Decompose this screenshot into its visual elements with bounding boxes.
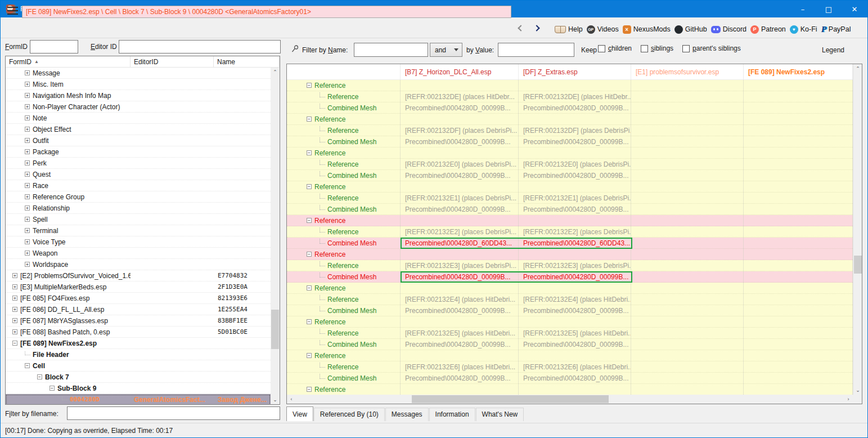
tree-row[interactable]: +Note (6, 113, 271, 124)
expand-plus-icon[interactable]: + (25, 70, 30, 75)
grid-tree-cell[interactable]: Combined Mesh (287, 136, 401, 147)
grid-cell[interactable] (631, 91, 744, 102)
tree-cell-formid[interactable]: +[FE 085] FO4Fixes.esp (6, 294, 131, 302)
tree-row[interactable]: +[FE 085] FO4Fixes.esp821393E6 (6, 293, 271, 304)
tree-row[interactable]: +Navigation Mesh Info Map (6, 90, 271, 101)
toolbar-link-paypal[interactable]: PPayPal (821, 25, 851, 34)
grid-cell[interactable] (631, 260, 744, 271)
grid-cell[interactable] (519, 316, 631, 327)
tree-cell-name[interactable]: 5D01BC0E (214, 328, 271, 336)
grid-cell[interactable] (401, 249, 519, 260)
grid-column-header[interactable]: [B7] Z_Horizon_DLC_All.esp (401, 64, 519, 79)
grid-cell[interactable] (631, 361, 744, 372)
grid-tree-cell[interactable]: Reference (287, 159, 401, 169)
grid-tree-cell[interactable]: Reference (287, 294, 401, 305)
grid-row[interactable]: Reference[REFR:002132E6] (places HitDebr… (287, 361, 853, 373)
grid-cell[interactable] (744, 159, 853, 169)
tree-row[interactable]: −Block 7 (6, 372, 271, 383)
grid-cell[interactable] (401, 80, 519, 91)
tree-cell-name[interactable]: 1E255EA4 (214, 306, 271, 313)
grid-cell[interactable]: Precombined\0004280D_00099B... (519, 339, 631, 350)
minimize-button[interactable]: – (790, 1, 816, 17)
tree-row[interactable]: +Voice Type (6, 236, 271, 248)
grid-row[interactable]: Reference[REFR:002132E4] (places HitDebr… (287, 294, 853, 305)
tree-row[interactable]: +[E2] ProblemsOfSurvivor_Voiced_1.6.1.es… (6, 270, 271, 281)
grid-group-row[interactable]: −Reference (287, 316, 853, 328)
expand-plus-icon[interactable]: + (12, 329, 17, 334)
tree-cell-formid[interactable]: +Package (6, 148, 131, 156)
toolbar-link-patreon[interactable]: PPatreon (750, 25, 786, 34)
expand-plus-icon[interactable]: + (12, 284, 17, 289)
grid-row[interactable]: Reference[REFR:002132E3] (places DebrisP… (287, 260, 853, 271)
tree-cell-name[interactable]: 83BBF1EE (214, 317, 271, 324)
collapse-minus-icon[interactable]: − (50, 386, 55, 391)
grid-tree-cell[interactable]: Combined Mesh (287, 373, 401, 383)
grid-cell[interactable] (744, 226, 853, 237)
grid-cell[interactable]: [REFR:002132E6] (places HitDebri... (519, 361, 631, 372)
formid-input[interactable] (30, 40, 78, 53)
grid-cell[interactable]: [REFR:002132E5] (places HitDebri... (401, 328, 519, 338)
grid-cell[interactable]: [REFR:002132E5] (places HitDebri... (519, 328, 631, 338)
breadcrumb[interactable]: [FE 089] NewFixes2.esp \ Cell \ Block 7 … (22, 6, 511, 18)
grid-cell[interactable]: Precombined\0004280D_00099B... (519, 136, 631, 147)
collapse-minus-icon[interactable]: − (307, 285, 312, 290)
grid-group-row[interactable]: −Reference (287, 283, 853, 294)
grid-cell[interactable] (401, 148, 519, 158)
grid-row[interactable]: Combined MeshPrecombined\0004280D_00099B… (287, 170, 853, 181)
checkbox-icon[interactable] (598, 45, 605, 52)
grid-tree-cell[interactable]: −Reference (287, 181, 401, 192)
grid-cell[interactable]: [REFR:002132E2] (places DebrisPi... (519, 226, 631, 237)
expand-plus-icon[interactable]: + (12, 273, 17, 278)
grid-cell[interactable] (744, 102, 853, 113)
grid-cell[interactable]: [REFR:002132DF] (places DebrisPi... (519, 125, 631, 136)
close-button[interactable]: ✕ (842, 1, 867, 17)
tab-what-s-new[interactable]: What's New (476, 408, 524, 421)
grid-tree-cell[interactable]: Combined Mesh (287, 238, 401, 248)
tree-cell-formid[interactable]: File Header (6, 351, 131, 359)
collapse-minus-icon[interactable]: − (12, 341, 17, 346)
grid-cell[interactable] (631, 159, 744, 169)
tree-row[interactable]: +Reference Group (6, 191, 271, 203)
expand-plus-icon[interactable]: + (25, 194, 30, 199)
grid-cell[interactable] (631, 193, 744, 203)
expand-plus-icon[interactable]: + (25, 217, 30, 222)
grid-tree-cell[interactable]: −Reference (287, 148, 401, 158)
tree-row[interactable]: −[FE 089] NewFixes2.esp (6, 338, 271, 349)
tree-cell-editorid[interactable]: GeneralAtomicsFact... (131, 396, 214, 404)
tree-cell-formid[interactable]: +[FE 087] M8rYASglasses.esp (6, 317, 131, 325)
grid-column-header[interactable]: [E1] problemsofsurvivor.esp (631, 64, 744, 79)
grid-cell[interactable] (744, 339, 853, 350)
expand-plus-icon[interactable]: + (25, 228, 30, 233)
grid-tree-cell[interactable]: Combined Mesh (287, 204, 401, 214)
column-header-name[interactable]: Name (214, 56, 280, 67)
grid-cell[interactable]: Precombined\0004280D_00099B... (401, 305, 519, 316)
tree-row[interactable]: +[FE 087] M8rYASglasses.esp83BBF1EE (6, 315, 271, 327)
tree-cell-formid[interactable]: +Worldspace (6, 261, 131, 269)
grid-group-row[interactable]: −Reference (287, 148, 853, 159)
grid-cell[interactable] (744, 125, 853, 136)
grid-cell[interactable] (519, 114, 631, 124)
grid-cell[interactable]: Precombined\0004280D_60DD43... (519, 238, 631, 248)
grid-cell[interactable] (631, 283, 744, 293)
grid-cell[interactable] (631, 136, 744, 147)
tree-row[interactable]: +Non-Player Character (Actor) (6, 101, 271, 113)
grid-cell[interactable]: Precombined\0004280D_00099B... (401, 271, 519, 282)
grid-cell[interactable] (631, 80, 744, 91)
grid-cell[interactable]: [REFR:002132E3] (places DebrisPi... (519, 260, 631, 271)
tree-cell-name[interactable]: Завод Джене... (214, 396, 271, 404)
collapse-minus-icon[interactable]: − (307, 387, 312, 392)
grid-group-row[interactable]: −Reference (287, 384, 853, 395)
grid-tree-cell[interactable]: −Reference (287, 283, 401, 293)
grid-cell[interactable]: Precombined\0004280D_00099B... (519, 305, 631, 316)
checkbox-icon[interactable] (641, 45, 648, 52)
grid-cell[interactable] (631, 316, 744, 327)
expand-plus-icon[interactable]: + (12, 296, 17, 301)
grid-cell[interactable] (744, 316, 853, 327)
grid-cell[interactable] (631, 181, 744, 192)
scroll-down-icon[interactable]: ⌄ (271, 395, 280, 404)
grid-tree-cell[interactable]: −Reference (287, 249, 401, 260)
expand-plus-icon[interactable]: + (25, 138, 30, 143)
grid-cell[interactable] (631, 102, 744, 113)
tree-row[interactable]: +Terminal (6, 225, 271, 236)
tree-row[interactable]: +Worldspace (6, 259, 271, 270)
